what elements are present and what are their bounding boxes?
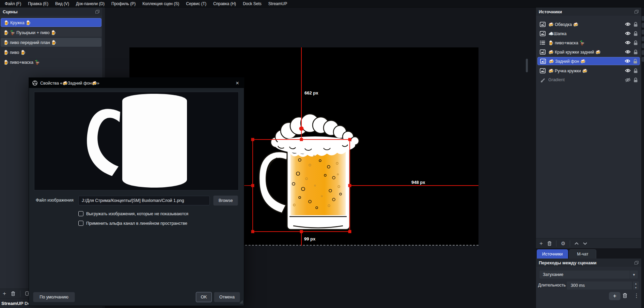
scene-label: 🍺 пиво передний план 🍺 <box>3 40 57 45</box>
lock-icon[interactable] <box>633 22 638 27</box>
lock-icon[interactable] <box>633 40 638 45</box>
visibility-eye-off-icon[interactable] <box>625 78 631 82</box>
tab-sources[interactable]: Источники <box>537 249 568 259</box>
spin-up-icon[interactable]: ▴ <box>633 281 639 285</box>
menu-file[interactable]: Файл (F) <box>1 0 25 8</box>
source-row-kray-kruzhki[interactable]: 🍻 Край кружки задний 🍻 <box>537 48 640 56</box>
scene-item-kruzhka[interactable]: 🍺 Кружка 🍺 <box>1 18 101 27</box>
measure-label-top: 662 px <box>304 90 318 96</box>
obs-logo-icon <box>32 80 37 86</box>
visibility-eye-icon[interactable] <box>625 69 631 73</box>
menu-tools[interactable]: Сервис (T) <box>183 0 210 8</box>
properties-dialog: Свойства «🍻Задний фон🍻» × Файл изображен… <box>29 77 244 306</box>
tab-mchat[interactable]: М-чат <box>569 249 596 259</box>
source-label: 🍺 пиво+маска 🦆 <box>548 40 622 45</box>
menu-profile[interactable]: Профиль (P) <box>108 0 139 8</box>
file-path-input[interactable] <box>78 196 210 205</box>
popout-dock-icon[interactable] <box>634 261 639 265</box>
menu-scene-collection[interactable]: Коллекция сцен (S) <box>139 0 183 8</box>
lock-icon[interactable] <box>633 77 638 83</box>
transition-select[interactable]: Затухание ▾ <box>539 270 638 279</box>
menu-streamup[interactable]: StreamUP <box>265 0 290 8</box>
close-icon[interactable]: × <box>234 80 240 86</box>
menu-view[interactable]: Вид (V) <box>52 0 73 8</box>
source-row-zadniy-fon[interactable]: 🍻 Задний фон 🍻 <box>537 57 640 65</box>
remove-scene-button[interactable] <box>11 291 15 296</box>
add-source-button[interactable]: + <box>539 240 543 246</box>
duration-spinner[interactable]: ▴ ▾ <box>632 281 639 290</box>
duration-label: Длительность <box>538 283 566 288</box>
brush-source-icon <box>539 77 546 83</box>
mug-foam <box>271 114 359 154</box>
mug-handle <box>259 152 288 213</box>
menu-docks[interactable]: Док-панели (D) <box>73 0 108 8</box>
source-row-obvodka[interactable]: 🍻 Обводка 🍻 <box>537 20 640 28</box>
menu-dock-sets[interactable]: Dock Sets <box>239 0 265 8</box>
lock-icon[interactable] <box>633 68 638 73</box>
source-row-gradient[interactable]: Gradient <box>537 76 640 84</box>
menu-edit[interactable]: Правка (E) <box>25 0 52 8</box>
source-properties-gear-icon[interactable]: ⚙ <box>561 241 565 246</box>
image-source-icon <box>539 49 546 55</box>
source-row-pivo-maska[interactable]: 🍺 пиво+маска 🦆 <box>537 39 640 47</box>
add-scene-button[interactable]: + <box>3 291 6 296</box>
alpha-checkbox-label: Применить альфа канал в линейном простра… <box>86 221 187 226</box>
edge-clipped-button <box>642 57 644 62</box>
browse-button[interactable]: Browse <box>213 195 238 206</box>
menu-bar: Файл (F) Правка (E) Вид (V) Док-панели (… <box>0 0 644 8</box>
visibility-eye-icon[interactable] <box>625 22 631 26</box>
image-source-icon <box>539 31 546 36</box>
menu-help[interactable]: Справка (H) <box>210 0 239 8</box>
visibility-eye-icon[interactable] <box>625 59 630 63</box>
ok-button[interactable]: OK <box>196 292 212 302</box>
scene-item-pivo[interactable]: 🍺 пиво 🍺 <box>1 48 101 57</box>
source-row-ruchka-kruzhki[interactable]: 🍻 Ручка кружки 🍻 <box>537 67 640 75</box>
source-label: 🍻 Обводка 🍻 <box>548 22 622 27</box>
transition-selected-value: Затухание <box>539 272 630 277</box>
scene-label: 🍺 🦆 Пузырьки + пиво 🍺 <box>3 30 56 35</box>
alpha-checkbox-row: Применить альфа канал в линейном простра… <box>78 221 187 226</box>
add-transition-button[interactable]: + <box>609 292 621 300</box>
resize-grip[interactable] <box>240 299 243 305</box>
visibility-eye-icon[interactable] <box>625 31 631 35</box>
scene-item-pivo-maska[interactable]: 🍺 пиво+маска 🦆 <box>1 58 101 67</box>
popout-dock-icon[interactable] <box>95 10 99 14</box>
move-source-down-button[interactable] <box>583 242 587 245</box>
source-row-shapka[interactable]: ☁️Шапка <box>537 29 640 38</box>
scene-item-puzyrki-pivo[interactable]: 🍺 🦆 Пузырьки + пиво 🍺 <box>1 28 101 37</box>
edge-clipped-button <box>642 36 644 41</box>
sources-header: Источники <box>536 8 641 16</box>
dialog-title: Свойства «🍻Задний фон🍻» <box>40 80 99 86</box>
move-source-up-button[interactable] <box>575 242 579 245</box>
measure-label-bottom: 99 px <box>304 236 315 241</box>
popout-dock-icon[interactable] <box>634 10 639 14</box>
sources-toolbar: + ⚙ <box>536 238 641 248</box>
dialog-titlebar[interactable]: Свойства «🍻Задний фон🍻» × <box>29 78 244 88</box>
lock-icon[interactable] <box>633 59 638 64</box>
lock-icon[interactable] <box>633 31 638 36</box>
preview-scrollbar[interactable] <box>526 59 528 72</box>
lock-icon[interactable] <box>633 49 638 55</box>
duration-input[interactable]: 300 ms <box>566 281 632 290</box>
visibility-eye-icon[interactable] <box>625 50 631 54</box>
edge-clipped-button <box>642 43 644 48</box>
source-label: ☁️Шапка <box>548 31 622 36</box>
remove-transition-button[interactable] <box>623 293 627 298</box>
file-field-label: Файл изображения <box>36 198 74 203</box>
white-mug-preview-graphic <box>34 92 238 190</box>
preview-mug-handle <box>87 109 120 176</box>
unload-checkbox[interactable] <box>78 211 83 216</box>
scene-label: 🍺 пиво 🍺 <box>3 50 26 55</box>
alpha-checkbox[interactable] <box>78 221 83 226</box>
remove-source-button[interactable] <box>547 241 552 246</box>
visibility-eye-icon[interactable] <box>625 41 631 45</box>
transition-menu-dots-icon[interactable]: ⋮ <box>634 292 639 299</box>
right-dock-tabs: Источники М-чат <box>536 248 641 259</box>
scene-item-pivo-peredniy-plan[interactable]: 🍺 пиво передний план 🍺 <box>1 38 101 47</box>
measure-label-right: 948 px <box>411 180 425 185</box>
spin-down-icon[interactable]: ▾ <box>633 285 639 290</box>
sources-title: Источники <box>539 9 562 14</box>
cancel-button[interactable]: Отмена <box>214 292 240 302</box>
defaults-button[interactable]: По умолчанию <box>33 292 75 302</box>
image-source-icon <box>539 68 546 73</box>
